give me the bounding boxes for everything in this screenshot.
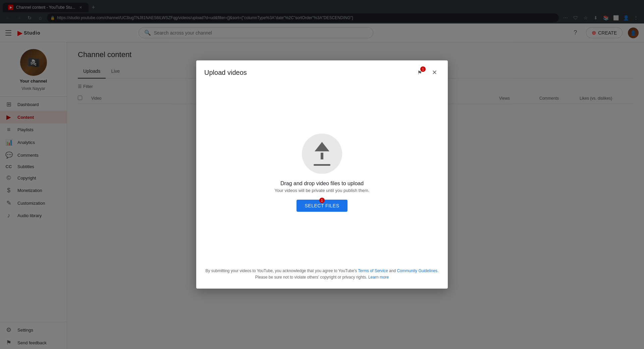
upload-icon-circle bbox=[302, 134, 342, 174]
notification-dot: 1 bbox=[319, 198, 325, 203]
footer-period: . bbox=[437, 268, 438, 273]
footer-prefix: By submitting your videos to YouTube, yo… bbox=[206, 268, 358, 273]
modal-body: Drag and drop video files to upload Your… bbox=[196, 83, 448, 262]
copyright-note: Please be sure not to violate others' co… bbox=[255, 275, 367, 280]
privacy-note: Your videos will be private until you pu… bbox=[275, 188, 370, 193]
upload-modal: Upload videos ⚑ 1 ✕ Drag and drop vid bbox=[196, 60, 448, 289]
select-files-label: SELECT FILES bbox=[305, 203, 339, 208]
community-guidelines-link[interactable]: Community Guidelines bbox=[397, 268, 437, 273]
modal-flag-button[interactable]: ⚑ 1 bbox=[414, 67, 425, 78]
modal-overlay[interactable]: Upload videos ⚑ 1 ✕ Drag and drop vid bbox=[0, 0, 644, 349]
modal-footer: By submitting your videos to YouTube, yo… bbox=[196, 262, 448, 289]
modal-close-button[interactable]: ✕ bbox=[429, 67, 440, 78]
terms-of-service-link[interactable]: Terms of Service bbox=[358, 268, 388, 273]
upload-icon bbox=[314, 142, 330, 166]
modal-title: Upload videos bbox=[204, 69, 247, 77]
learn-more-link[interactable]: Learn more bbox=[368, 275, 389, 280]
modal-header: Upload videos ⚑ 1 ✕ bbox=[196, 60, 448, 83]
footer-and: and bbox=[388, 268, 397, 273]
modal-header-actions: ⚑ 1 ✕ bbox=[414, 67, 440, 78]
upload-text-group: Drag and drop video files to upload Your… bbox=[275, 181, 370, 193]
drag-drop-text: Drag and drop video files to upload bbox=[275, 181, 370, 187]
footer-line-1: By submitting your videos to YouTube, yo… bbox=[204, 268, 440, 274]
select-files-button[interactable]: 1 SELECT FILES bbox=[297, 200, 347, 212]
footer-line-2: Please be sure not to violate others' co… bbox=[204, 274, 440, 281]
flag-badge: 1 bbox=[420, 66, 426, 72]
